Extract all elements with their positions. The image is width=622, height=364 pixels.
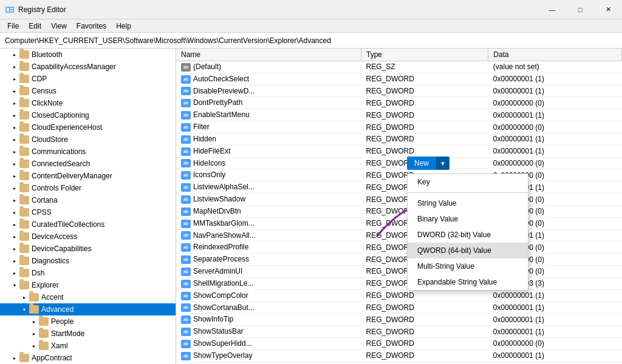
new-button[interactable]: New xyxy=(407,157,436,170)
tree-item-cdp[interactable]: ▸CDP xyxy=(0,73,176,85)
new-button-arrow[interactable]: ▼ xyxy=(436,157,449,170)
reg-data: 0x00000001 (1) xyxy=(488,109,622,121)
tree-expand-arrow[interactable]: ▸ xyxy=(10,171,19,181)
tree-expand-arrow[interactable]: ▸ xyxy=(10,74,19,84)
tree-item-advanced[interactable]: ▾Advanced xyxy=(0,303,176,315)
table-row[interactable]: ab(Default)REG_SZ(value not set) xyxy=(176,61,622,73)
table-row[interactable]: abHideIconsREG_DWORD0x00000000 (0) xyxy=(176,157,622,169)
minimize-button[interactable]: — xyxy=(538,0,566,19)
tree-item-deviceaccess[interactable]: ▸DeviceAccess xyxy=(0,231,176,243)
tree-expand-arrow[interactable]: ▸ xyxy=(10,62,19,72)
tree-item-accent[interactable]: ▸Accent xyxy=(0,291,176,303)
table-row[interactable]: abSeparateProcessREG_DWORD0x00000000 (0) xyxy=(176,254,622,266)
table-row[interactable]: abHideFileExtREG_DWORD0x00000001 (1) xyxy=(176,145,622,157)
table-row[interactable]: abFilterREG_DWORD0x00000000 (0) xyxy=(176,121,622,133)
tree-expand-arrow[interactable]: ▸ xyxy=(10,135,19,144)
dropdown-item-binary-value[interactable]: Binary Value xyxy=(408,211,528,227)
table-row[interactable]: abShowTypeOverlayREG_DWORD0x00000001 (1) xyxy=(176,349,622,362)
table-row[interactable]: abHiddenREG_DWORD0x00000001 (1) xyxy=(176,133,622,145)
table-row[interactable]: abShowInfoTipREG_DWORD0x00000001 (1) xyxy=(176,314,622,326)
tree-item-cloudexperiencehost[interactable]: ▸CloudExperienceHost xyxy=(0,121,176,133)
tree-item-cortana[interactable]: ▸Cortana xyxy=(0,194,176,206)
right-panel[interactable]: Name Type Data ab(Default)REG_SZ(value n… xyxy=(176,49,622,364)
table-row[interactable]: abListviewAlphaSel...REG_DWORD0x00000001… xyxy=(176,181,622,194)
table-row[interactable]: abDisablePreviewD...REG_DWORD0x00000001 … xyxy=(176,85,622,97)
tree-expand-arrow[interactable]: ▸ xyxy=(10,220,19,229)
tree-expand-arrow[interactable]: ▸ xyxy=(29,317,39,326)
tree-expand-arrow[interactable]: ▸ xyxy=(10,159,19,169)
tree-item-startmode[interactable]: ▸StartMode xyxy=(0,328,176,340)
tree-item-cloudstore[interactable]: ▸CloudStore xyxy=(0,133,176,146)
close-button[interactable]: ✕ xyxy=(594,0,622,19)
table-row[interactable]: abMMTaskbarGlom...REG_DWORD0x00000000 (0… xyxy=(176,217,622,229)
table-row[interactable]: abShowCompColorREG_DWORD0x00000001 (1) xyxy=(176,289,622,302)
tree-item-explorer[interactable]: ▾Explorer xyxy=(0,279,176,291)
menu-item-file[interactable]: File xyxy=(2,21,24,32)
tree-item-label: Accent xyxy=(41,293,64,302)
table-row[interactable]: abShowCortanaBut...REG_DWORD0x00000001 (… xyxy=(176,302,622,314)
reg-data: 0x00000001 (1) xyxy=(488,302,622,314)
tree-item-bluetooth[interactable]: ▸Bluetooth xyxy=(0,49,176,61)
menu-item-edit[interactable]: Edit xyxy=(24,21,46,32)
tree-panel[interactable]: ▸Bluetooth▸CapabilityAccessManager▸CDP▸C… xyxy=(0,49,176,364)
tree-expand-arrow[interactable]: ▸ xyxy=(10,232,19,241)
tree-item-cpss[interactable]: ▸CPSS xyxy=(0,206,176,218)
tree-item-devicecapabilities[interactable]: ▸DeviceCapabilities xyxy=(0,243,176,255)
tree-item-clicknote[interactable]: ▸ClickNote xyxy=(0,97,176,109)
tree-expand-arrow[interactable]: ▸ xyxy=(10,195,19,205)
tree-expand-arrow[interactable]: ▸ xyxy=(10,353,19,363)
table-row[interactable]: abShowStatusBarREG_DWORD0x00000001 (1) xyxy=(176,326,622,338)
tree-expand-arrow[interactable]: ▸ xyxy=(10,110,19,120)
dropdown-item-multi-string-value[interactable]: Multi-String Value xyxy=(408,258,528,274)
table-row[interactable]: abShellMigrationLe...REG_DWORD0x00000003… xyxy=(176,277,622,289)
tree-expand-arrow[interactable]: ▸ xyxy=(29,341,39,351)
tree-item-people[interactable]: ▸People xyxy=(0,315,176,328)
dropdown-item-string-value[interactable]: String Value xyxy=(408,195,528,211)
tree-expand-arrow[interactable]: ▸ xyxy=(10,123,19,132)
table-row[interactable]: abReindexedProfileREG_DWORD0x00000000 (0… xyxy=(176,241,622,254)
menu-item-help[interactable]: Help xyxy=(111,21,136,32)
table-row[interactable]: abNavPaneShowAll...REG_DWORD0x00000001 (… xyxy=(176,229,622,241)
tree-expand-arrow[interactable]: ▸ xyxy=(19,292,29,302)
tree-expand-arrow[interactable]: ▸ xyxy=(10,98,19,108)
table-row[interactable]: abDontPrettyPathREG_DWORD0x00000000 (0) xyxy=(176,97,622,109)
table-row[interactable]: abAutoCheckSelectREG_DWORD0x00000001 (1) xyxy=(176,73,622,85)
tree-item-curatedtilecollections[interactable]: ▸CuratedTileCollections xyxy=(0,218,176,231)
tree-item-appcontract[interactable]: ▸AppContract xyxy=(0,352,176,364)
tree-expand-arrow[interactable]: ▸ xyxy=(10,183,19,193)
tree-expand-arrow[interactable]: ▾ xyxy=(19,305,29,314)
tree-expand-arrow[interactable]: ▸ xyxy=(29,329,39,339)
maximize-button[interactable]: □ xyxy=(566,0,594,19)
tree-expand-arrow[interactable]: ▸ xyxy=(10,207,19,217)
table-row[interactable]: abEnableStartMenuREG_DWORD0x00000001 (1) xyxy=(176,109,622,121)
table-row[interactable]: abMapNetDrvBtnREG_DWORD0x00000000 (0) xyxy=(176,205,622,217)
dropdown-item-key[interactable]: Key xyxy=(408,174,528,190)
tree-item-contentdeliverymanager[interactable]: ▸ContentDeliveryManager xyxy=(0,170,176,182)
tree-item-connectedsearch[interactable]: ▸ConnectedSearch xyxy=(0,158,176,170)
table-row[interactable]: abServerAdminUIREG_DWORD0x00000000 (0) xyxy=(176,266,622,278)
tree-item-controlsfolder[interactable]: ▸Controls Folder xyxy=(0,182,176,194)
dropdown-item-dword-value[interactable]: DWORD (32-bit) Value xyxy=(408,227,528,243)
table-row[interactable]: abIconsOnlyREG_DWORD0x00000000 (0) xyxy=(176,169,622,181)
tree-expand-arrow[interactable]: ▸ xyxy=(10,147,19,157)
tree-item-closedcaptioning[interactable]: ▸ClosedCaptioning xyxy=(0,109,176,121)
dropdown-item-qword-value[interactable]: QWORD (64-bit) Value xyxy=(408,243,528,258)
tree-item-communications[interactable]: ▸Communications xyxy=(0,146,176,158)
tree-expand-arrow[interactable]: ▸ xyxy=(10,50,19,59)
table-row[interactable]: abShowSuperHidd...REG_DWORD0x00000000 (0… xyxy=(176,338,622,350)
tree-expand-arrow[interactable]: ▸ xyxy=(10,244,19,254)
tree-item-dsh[interactable]: ▸Dsh xyxy=(0,267,176,279)
tree-expand-arrow[interactable]: ▸ xyxy=(10,256,19,266)
tree-expand-arrow[interactable]: ▾ xyxy=(10,280,19,290)
tree-item-census[interactable]: ▸Census xyxy=(0,85,176,97)
tree-expand-arrow[interactable]: ▸ xyxy=(10,268,19,278)
tree-item-xaml[interactable]: ▸Xaml xyxy=(0,340,176,352)
menu-item-favorites[interactable]: Favorites xyxy=(72,21,111,32)
tree-expand-arrow[interactable]: ▸ xyxy=(10,86,19,96)
table-row[interactable]: abListviewShadowREG_DWORD0x00000000 (0) xyxy=(176,194,622,206)
tree-item-diagnostics[interactable]: ▸Diagnostics xyxy=(0,255,176,267)
tree-item-label: CPSS xyxy=(32,208,52,217)
dropdown-item-expandable-string-value[interactable]: Expandable String Value xyxy=(408,274,528,290)
menu-item-view[interactable]: View xyxy=(46,21,72,32)
tree-item-capabilityaccessmanager[interactable]: ▸CapabilityAccessManager xyxy=(0,61,176,73)
